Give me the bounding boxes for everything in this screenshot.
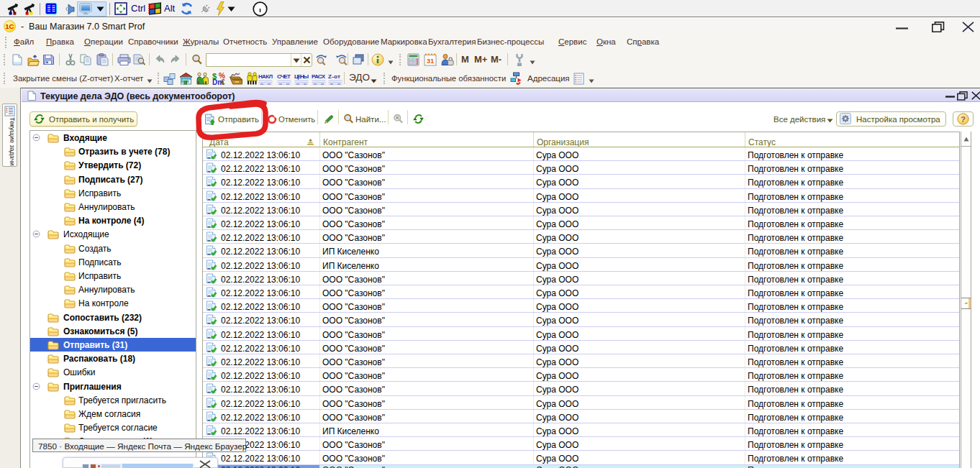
svg-text:31: 31	[427, 57, 435, 65]
svg-text:€: €	[221, 78, 225, 85]
svg-text:1С: 1С	[5, 22, 14, 30]
svg-text:ЦЕНЫ: ЦЕНЫ	[294, 74, 309, 80]
svg-text:НАКЛ: НАКЛ	[258, 74, 273, 80]
svg-text:РАСХ: РАСХ	[312, 74, 326, 80]
svg-text:СЧЕТ: СЧЕТ	[277, 74, 291, 80]
svg-text:Z-от: Z-от	[328, 74, 340, 80]
svg-text:?: ?	[961, 115, 966, 124]
